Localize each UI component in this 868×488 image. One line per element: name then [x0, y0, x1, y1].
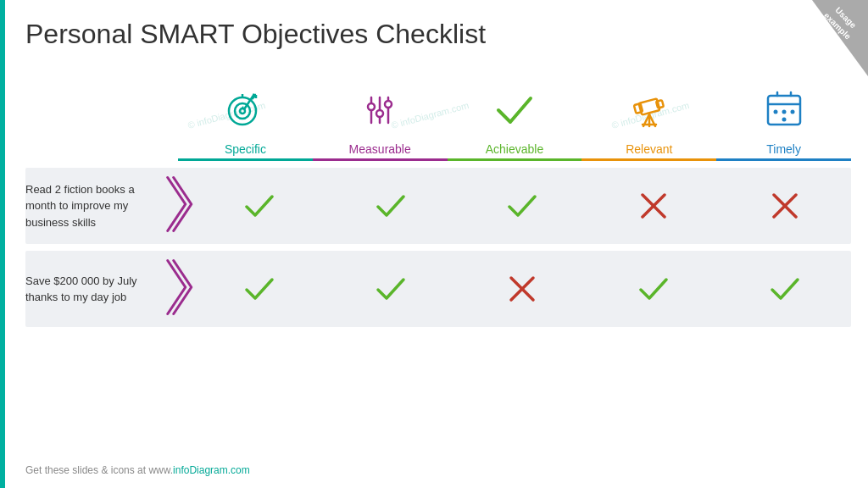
footer-text: Get these slides & icons at www.infoDiag…	[25, 464, 250, 476]
sliders-icon	[354, 85, 405, 136]
cell-r2-relevant	[588, 251, 720, 327]
header-achievable: Achievable	[448, 139, 582, 161]
header-relevant: Relevant	[581, 139, 716, 161]
cell-r1-achievable	[456, 168, 587, 244]
cell-r1-measurable	[325, 168, 456, 244]
row-label-wrapper-1: Read 2 fiction books a month to improve …	[25, 168, 178, 244]
cell-r1-timely	[720, 168, 851, 244]
table-row: Save $200 000 by July thanks to my day j…	[25, 251, 851, 327]
target-icon	[220, 85, 270, 136]
svg-point-13	[376, 110, 383, 117]
icon-cell-relevant	[581, 85, 716, 139]
row-cells-1	[193, 168, 851, 244]
chevron-arrow-2	[163, 258, 193, 320]
header-timely: Timely	[716, 139, 851, 161]
svg-point-29	[790, 110, 794, 114]
header-specific: Specific	[178, 139, 313, 161]
svg-point-28	[782, 118, 786, 122]
svg-point-0	[229, 97, 256, 125]
cell-r1-relevant	[588, 168, 720, 244]
telescope-icon	[624, 85, 675, 136]
icon-cell-measurable	[313, 85, 448, 139]
headers-row: Specific Measurable Achievable Relevant …	[178, 139, 851, 161]
table-row: Read 2 fiction books a month to improve …	[25, 168, 851, 244]
svg-rect-17	[656, 100, 664, 108]
header-measurable: Measurable	[313, 139, 448, 161]
svg-point-26	[773, 110, 777, 114]
svg-rect-16	[634, 103, 643, 114]
calendar-icon	[759, 85, 810, 136]
data-rows: Read 2 fiction books a month to improve …	[25, 168, 851, 327]
page-title: Personal SMART Objectives Checklist	[25, 19, 486, 50]
row-cells-2	[193, 251, 851, 327]
icons-row	[178, 85, 851, 139]
row-label-1: Read 2 fiction books a month to improve …	[25, 181, 170, 231]
cell-r2-specific	[193, 251, 325, 327]
left-accent-bar	[0, 0, 5, 488]
footer-label: Get these slides & icons at www.	[25, 464, 173, 476]
cell-r1-specific	[193, 168, 325, 244]
cell-r2-achievable	[456, 251, 587, 327]
svg-point-27	[782, 110, 786, 114]
svg-point-12	[368, 103, 375, 110]
chevron-arrow-1	[163, 175, 193, 237]
icon-cell-specific	[178, 85, 313, 139]
row-label-wrapper-2: Save $200 000 by July thanks to my day j…	[25, 251, 178, 327]
row-label-2: Save $200 000 by July thanks to my day j…	[25, 273, 170, 306]
corner-tag: Usageexamplefully editable	[775, 0, 868, 76]
corner-tag-text: Usageexamplefully editable	[806, 0, 868, 57]
footer-link[interactable]: infoDiagram.com	[173, 464, 250, 476]
icon-cell-timely	[716, 85, 851, 139]
cell-r2-measurable	[325, 251, 456, 327]
icon-cell-achievable	[448, 85, 582, 139]
table-container: Specific Measurable Achievable Relevant …	[25, 85, 851, 437]
cell-r2-timely	[720, 251, 851, 327]
svg-point-14	[385, 101, 392, 108]
checkmark-icon	[489, 85, 540, 136]
